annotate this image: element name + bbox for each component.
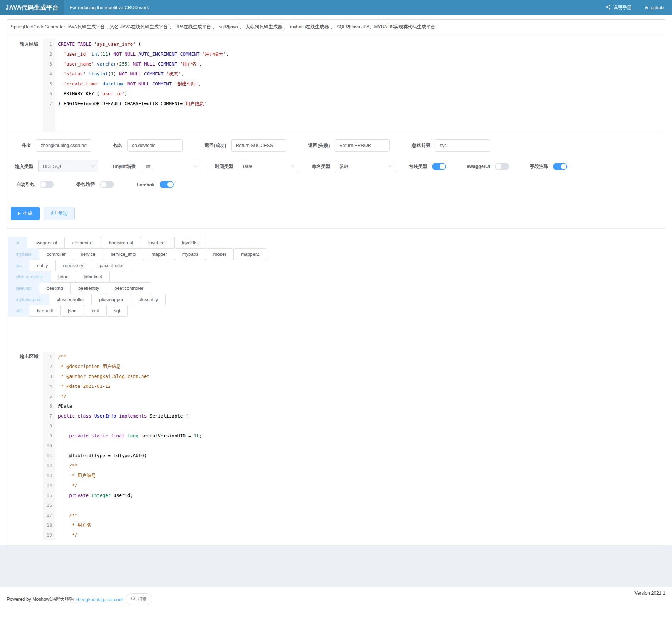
code-line: private Integer userId; (58, 490, 202, 500)
star-icon: ★ (644, 5, 649, 10)
code-line (58, 500, 202, 510)
naming-type-value: 驼峰 (340, 163, 349, 170)
field-comment-switch[interactable] (553, 163, 567, 170)
swagger-ui-switch[interactable] (495, 163, 509, 170)
tab-sql[interactable]: sql (106, 305, 128, 317)
tab-mapper[interactable]: mapper (144, 248, 175, 260)
manual-link[interactable]: 说明手册 (606, 4, 632, 11)
line-number: 10 (43, 441, 52, 451)
line-number-gutter: 1234567 (43, 39, 55, 132)
lombok-switch[interactable] (160, 181, 174, 188)
tab-entity[interactable]: entity (29, 260, 56, 271)
tab-beetlentity[interactable]: beetlentity (70, 282, 107, 294)
play-icon (18, 212, 21, 215)
input-type-value: DDL SQL (43, 164, 62, 169)
tinyint-convert-label: TinyInt转换 (112, 163, 136, 170)
tab-service_impl[interactable]: service_impl (103, 248, 144, 260)
line-number-gutter: 12345678910111213141516171819 (43, 352, 55, 540)
swagger-ui-label: swaggerUI (467, 164, 490, 169)
tab-category-ui[interactable]: ui (8, 237, 27, 249)
wrapper-type-switch[interactable] (432, 163, 446, 170)
form-item-tinyint-convert: TinyInt转换int (112, 160, 201, 172)
tab-bootstrap-ui[interactable]: bootstrap-ui (101, 237, 141, 249)
donate-button[interactable]: 打赏 (126, 593, 152, 605)
tab-layui-edit[interactable]: layui-edit (141, 237, 175, 249)
tinyint-convert-select[interactable]: int (141, 160, 201, 172)
tab-mybatis[interactable]: mybatis (175, 248, 206, 260)
form-item-package: 包名 (113, 139, 183, 152)
code-line (58, 441, 202, 451)
code-line: /** (58, 461, 202, 471)
time-type-select[interactable]: Date (238, 160, 298, 172)
input-code-editor[interactable]: 1234567 CREATE TABLE 'sys_user_info' ( '… (43, 39, 665, 132)
platform-description: SpringBootCodeGenerator JAVA代码生成平台，又名`JA… (7, 20, 665, 34)
tab-jpacontroller[interactable]: jpacontroller (91, 260, 132, 271)
tab-repository[interactable]: repository (55, 260, 91, 271)
copy-icon (51, 211, 56, 216)
blog-link[interactable]: zhengkai.blog.csdn.net (75, 597, 123, 602)
naming-type-select[interactable]: 驼峰 (335, 160, 395, 172)
output-code-editor[interactable]: 12345678910111213141516171819 /** * @des… (43, 352, 665, 540)
code-line: PRIMARY KEY ('user_id') (58, 89, 229, 99)
form-row-selects: 输入类型DDL SQLTinyInt转换int时间类型Date命名类型驼峰包装类… (7, 160, 665, 172)
auto-import-switch[interactable] (40, 181, 54, 188)
tab-plusentity[interactable]: plusentity (131, 294, 166, 305)
tab-row-util: utilbeanutiljsonxmlsql (8, 305, 664, 316)
tab-jtdao[interactable]: jtdao (51, 271, 76, 283)
tab-beetlcontroller[interactable]: beetlcontroller (107, 282, 151, 294)
input-type-select[interactable]: DDL SQL (38, 160, 98, 172)
tab-category-mybatis-plus[interactable]: mybatis-plus (8, 294, 49, 305)
code-lines: CREATE TABLE 'sys_user_info' ( 'user_id'… (55, 39, 229, 132)
tab-element-ui[interactable]: element-ui (64, 237, 102, 249)
with-package-path-switch[interactable] (100, 181, 114, 188)
tab-category-jpa[interactable]: jpa (8, 260, 29, 271)
tab-category-mybatis[interactable]: mybatis (8, 248, 39, 260)
tab-plusmapper[interactable]: plusmapper (91, 294, 131, 305)
code-line: * @author zhengkai.blog.csdn.net (58, 371, 202, 381)
form-item-return-success: 返回(成功) (205, 139, 286, 152)
code-line: * 用户编号 (58, 471, 202, 481)
author-input[interactable] (36, 139, 91, 152)
line-number: 11 (43, 451, 52, 461)
code-line: ) ENGINE=InnoDB DEFAULT CHARSET=utf8 COM… (58, 99, 229, 109)
tab-category-jdbc-template[interactable]: jdbc-template (8, 271, 51, 283)
form-item-naming-type: 命名类型驼峰 (312, 160, 395, 172)
return-error-input[interactable] (335, 139, 390, 152)
tab-layui-list[interactable]: layui-list (174, 237, 206, 249)
tab-service[interactable]: service (73, 248, 103, 260)
tab-swagger-ui[interactable]: swagger-ui (27, 237, 65, 249)
github-link[interactable]: ★ github (644, 5, 664, 10)
generate-button[interactable]: 生成 (11, 207, 40, 220)
field-comment-label: 字段注释 (530, 163, 548, 170)
code-line: private static final long serialVersionU… (58, 431, 202, 441)
tab-category-util[interactable]: util (8, 305, 29, 317)
line-number: 8 (43, 421, 52, 431)
tab-json[interactable]: json (60, 305, 84, 317)
version-label: Version 2021.1 (634, 590, 665, 596)
lombok-label: Lombok (137, 182, 155, 187)
line-number: 19 (43, 530, 52, 540)
tab-beetlmd[interactable]: beetlmd (39, 282, 71, 294)
tab-controller[interactable]: controller (39, 248, 73, 260)
template-tabs: uiswagger-uielement-uibootstrap-uilayui-… (7, 229, 665, 347)
app-title: JAVA代码生成平台 (0, 0, 64, 15)
top-navbar: JAVA代码生成平台 For reducing the repetitive C… (0, 0, 672, 15)
tab-beanutil[interactable]: beanutil (29, 305, 61, 317)
tab-mapper2[interactable]: mapper2 (233, 248, 267, 260)
chevron-down-icon (91, 164, 95, 168)
tab-category-beetlsql[interactable]: beetlsql (8, 282, 39, 294)
code-line: 'user_name' varchar(255) NOT NULL COMMEN… (58, 59, 229, 69)
package-input[interactable] (127, 139, 183, 152)
return-success-input[interactable] (231, 139, 286, 152)
tab-xml[interactable]: xml (84, 305, 107, 317)
input-area-label: 输入区域 (7, 39, 38, 132)
copy-button[interactable]: 复制 (44, 207, 75, 220)
tab-jtdaoimpl[interactable]: jtdaoimpl (76, 271, 110, 283)
tab-model[interactable]: model (206, 248, 234, 260)
form-item-input-type: 输入类型DDL SQL (15, 160, 98, 172)
line-number: 5 (43, 391, 52, 401)
line-number: 3 (43, 371, 52, 381)
ignore-prefix-input[interactable] (435, 139, 490, 152)
code-line (58, 421, 202, 431)
tab-pluscontroller[interactable]: pluscontroller (49, 294, 92, 305)
